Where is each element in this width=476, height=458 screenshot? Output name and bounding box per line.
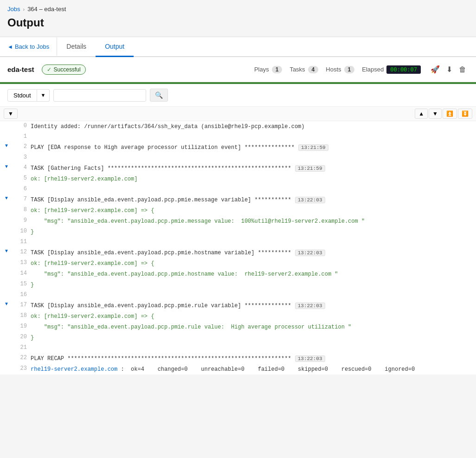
line-number: 14: [13, 269, 31, 279]
delete-button[interactable]: 🗑: [457, 63, 469, 76]
line-content: "msg": "ansible_eda.event.payload.pcp.pm…: [31, 216, 476, 226]
line-content: }: [31, 226, 476, 237]
scroll-top-button[interactable]: ⏫: [443, 109, 457, 119]
hosts-label: Hosts: [326, 66, 341, 73]
scroll-bottom-button[interactable]: ⏬: [458, 109, 472, 119]
output-line: ▼17TASK [Display ansible_eda.event.paylo…: [0, 300, 476, 311]
output-line: ▼2PLAY [EDA response to High average pro…: [0, 142, 476, 153]
job-name: eda-test: [7, 65, 34, 73]
search-input[interactable]: [53, 89, 146, 102]
line-content: ok: [rhel19-server2.example.com] => {: [31, 205, 476, 216]
output-line: 14 "msg": "ansible_eda.event.payload.pcp…: [0, 269, 476, 279]
status-badge: ✓ Successful: [42, 65, 86, 75]
output-line: 1: [0, 132, 476, 142]
search-button[interactable]: 🔍: [150, 89, 168, 102]
collapse-line-button[interactable]: ▼: [4, 196, 9, 200]
line-content: ok: [rhel19-server2.example.com] => {: [31, 258, 476, 269]
collapse-line-button[interactable]: ▼: [4, 164, 9, 169]
hosts-stat: Hosts 1: [326, 66, 354, 73]
line-content: [31, 290, 476, 300]
back-to-jobs-label: Back to Jobs: [15, 43, 49, 50]
output-line: 10}: [0, 226, 476, 237]
tab-output[interactable]: Output: [96, 37, 134, 57]
line-number: 11: [13, 237, 31, 247]
tab-details[interactable]: Details: [57, 37, 96, 57]
line-content: rhel19-server2.example.com : ok=4 change…: [31, 364, 476, 374]
line-number: 19: [13, 322, 31, 332]
output-line: 11: [0, 237, 476, 247]
collapse-line-button[interactable]: ▼: [4, 302, 9, 306]
line-number: 21: [13, 343, 31, 353]
breadcrumb-current: 364 – eda-test: [27, 6, 66, 13]
tab-container: ◄ Back to Jobs Details Output eda-test ✓…: [0, 37, 476, 374]
scroll-up-button[interactable]: ▲: [415, 109, 428, 119]
output-line: 18ok: [rhel19-server2.example.com] => {: [0, 311, 476, 322]
line-content: Identity added: /runner/artifacts/364/ss…: [31, 121, 476, 132]
output-toolbar: Stdout ▼ 🔍: [0, 84, 476, 107]
elapsed-value: 00:00:07: [386, 65, 421, 74]
line-number: 12: [13, 247, 31, 258]
download-button[interactable]: ⬇: [444, 63, 455, 76]
line-content: [31, 153, 476, 163]
line-content: TASK [Display ansible_eda.event.payload.…: [31, 247, 476, 258]
tab-bar: ◄ Back to Jobs Details Output: [0, 37, 476, 57]
scroll-down-button[interactable]: ▼: [429, 109, 442, 119]
output-line: ▼12TASK [Display ansible_eda.event.paylo…: [0, 247, 476, 258]
plays-stat: Plays 1: [254, 66, 282, 73]
output-line: 3: [0, 153, 476, 163]
line-number: 0: [13, 121, 31, 132]
stdout-button[interactable]: Stdout: [7, 89, 37, 102]
line-timestamp: 13:22:03: [295, 250, 325, 256]
stdout-dropdown-button[interactable]: ▼: [37, 89, 50, 102]
output-line: 8ok: [rhel19-server2.example.com] => {: [0, 205, 476, 216]
nav-buttons: ▲ ▼ ⏫ ⏬: [415, 109, 472, 119]
output-line: 0Identity added: /runner/artifacts/364/s…: [0, 121, 476, 132]
job-actions: 🚀 ⬇ 🗑: [428, 63, 469, 76]
output-line: 13ok: [rhel19-server2.example.com] => {: [0, 258, 476, 269]
line-timestamp: 13:22:03: [295, 197, 325, 203]
output-line: 22PLAY RECAP ***************************…: [0, 353, 476, 364]
line-number: 2: [13, 142, 31, 153]
output-line: 6: [0, 184, 476, 194]
line-content: [31, 237, 476, 247]
collapse-line-button[interactable]: ▼: [4, 143, 9, 148]
tasks-value: 4: [308, 66, 319, 73]
output-line: ▼4TASK [Gathering Facts] ***************…: [0, 163, 476, 174]
line-content: [31, 132, 476, 142]
line-timestamp: 13:22:03: [295, 355, 325, 362]
job-stats: Plays 1 Tasks 4 Hosts 1 Elapsed 00:00:07: [254, 65, 421, 74]
line-timestamp: 13:21:59: [298, 144, 328, 151]
breadcrumb: Jobs › 364 – eda-test: [0, 0, 476, 14]
collapse-all-button[interactable]: ▼: [4, 109, 18, 119]
stdout-select: Stdout ▼: [7, 89, 50, 102]
elapsed-stat: Elapsed 00:00:07: [362, 65, 421, 74]
back-to-jobs-tab[interactable]: ◄ Back to Jobs: [0, 38, 57, 56]
line-content: PLAY RECAP *****************************…: [31, 353, 476, 364]
line-content: TASK [Display ansible_eda.event.payload.…: [31, 300, 476, 311]
output-area: 0Identity added: /runner/artifacts/364/s…: [0, 121, 476, 374]
tasks-stat: Tasks 4: [289, 66, 318, 73]
line-number: 13: [13, 258, 31, 269]
plays-label: Plays: [254, 66, 269, 73]
output-controls-bar: ▼ ▲ ▼ ⏫ ⏬: [0, 107, 476, 121]
line-number: 6: [13, 184, 31, 194]
rocket-button[interactable]: 🚀: [428, 63, 442, 76]
output-line: 5ok: [rhel19-server2.example.com]: [0, 174, 476, 184]
line-content: [31, 343, 476, 353]
output-line: 16: [0, 290, 476, 300]
elapsed-label: Elapsed: [362, 66, 384, 73]
line-timestamp: 13:22:03: [295, 303, 325, 309]
job-header: eda-test ✓ Successful Plays 1 Tasks 4 Ho…: [0, 57, 476, 82]
collapse-line-button[interactable]: ▼: [4, 249, 9, 253]
status-check-icon: ✓: [47, 66, 51, 73]
hosts-value: 1: [344, 66, 355, 73]
breadcrumb-jobs-link[interactable]: Jobs: [7, 6, 20, 13]
plays-value: 1: [272, 66, 283, 73]
line-content: }: [31, 332, 476, 343]
breadcrumb-separator: ›: [23, 6, 25, 12]
output-line: 9 "msg": "ansible_eda.event.payload.pcp.…: [0, 216, 476, 226]
output-line: 21: [0, 343, 476, 353]
line-number: 3: [13, 153, 31, 163]
line-number: 5: [13, 174, 31, 184]
line-number: 22: [13, 353, 31, 364]
